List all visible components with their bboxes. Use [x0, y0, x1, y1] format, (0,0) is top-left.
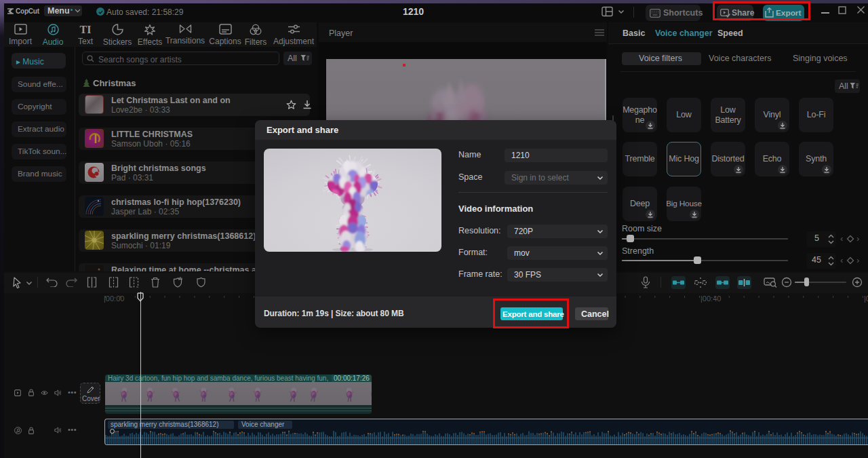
svg-text:TI: TI: [80, 24, 92, 35]
